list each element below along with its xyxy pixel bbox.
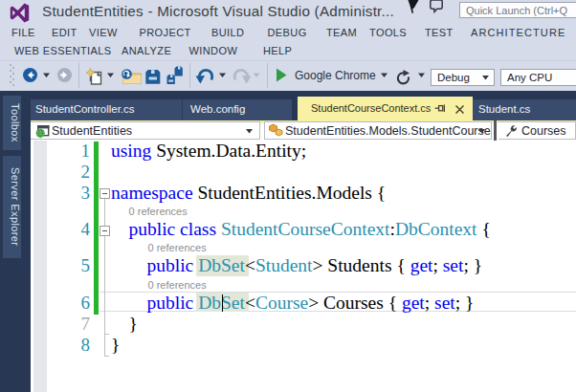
svg-text:Google Chrome: Google Chrome: [295, 69, 376, 82]
